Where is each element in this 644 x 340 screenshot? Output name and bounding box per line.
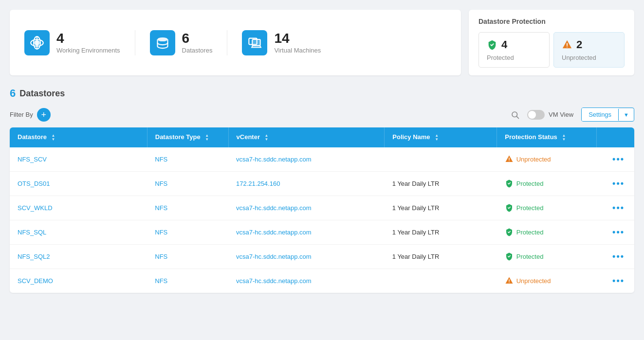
datastore-name-value[interactable]: NFS_SQL2: [18, 253, 50, 260]
datastore-name-value[interactable]: NFS_SCV: [18, 156, 47, 163]
row-actions-button[interactable]: •••: [612, 203, 625, 213]
cell-vcenter: vcsa7-hc.sddc.netapp.com: [228, 244, 385, 268]
status-cell: Protected: [505, 203, 589, 212]
datastore-name-value[interactable]: SCV_DEMO: [18, 277, 53, 285]
svg-rect-5: [253, 39, 260, 46]
datastores-text: 6 Datastores: [182, 31, 213, 54]
cell-datastore: NFS_SCV: [10, 147, 147, 172]
working-environments-stat: 4 Working Environments: [24, 30, 135, 55]
datastore-type-value: NFS: [155, 253, 167, 260]
toolbar: Filter By + VM View Settings ▼: [10, 107, 634, 122]
cell-vcenter: vcsa7-hc.sddc.netapp.com: [228, 196, 385, 220]
status-cell: Protected: [505, 228, 589, 236]
datastore-name-value[interactable]: SCV_WKLD: [18, 204, 53, 212]
cell-type: NFS: [147, 147, 228, 172]
vcenter-value[interactable]: vcsa7-hc.sddc.netapp.com: [236, 204, 312, 212]
protection-card-title: Datastore Protection: [478, 18, 625, 25]
policy-value: 1 Year Daily LTR: [392, 229, 440, 236]
table-row: NFS_SCV NFS vcsa7-hc.sddc.netapp.com Unp…: [10, 147, 634, 172]
vcenter-value[interactable]: vcsa7-hc.sddc.netapp.com: [236, 229, 312, 236]
protection-items: 4 Protected 2 Unprotected: [478, 32, 625, 68]
cell-policy: 1 Year Daily LTR: [385, 220, 497, 244]
row-protected-icon: [505, 203, 514, 212]
vcenter-value[interactable]: vcsa7-hc.sddc.netapp.com: [236, 156, 312, 163]
col-header-status[interactable]: Protection Status ▲▼: [497, 127, 597, 147]
policy-sort-icons: ▲▼: [435, 134, 439, 142]
row-actions-button[interactable]: •••: [612, 227, 625, 237]
cell-actions: •••: [597, 196, 634, 220]
row-actions-button[interactable]: •••: [612, 179, 625, 189]
cell-type: NFS: [147, 244, 228, 268]
working-environments-text: 4 Working Environments: [56, 31, 120, 54]
cell-policy: 1 Year Daily LTR: [385, 171, 497, 196]
datastore-name-value[interactable]: OTS_DS01: [18, 180, 50, 187]
cell-actions: •••: [597, 244, 634, 268]
col-header-datastore[interactable]: Datastore ▲▼: [10, 127, 147, 147]
virtual-machines-stat: 14 Virtual Machines: [227, 30, 335, 55]
protected-count: 4: [501, 38, 507, 51]
filter-section: Filter By +: [10, 108, 51, 122]
unprotected-count: 2: [576, 38, 582, 51]
filter-label: Filter By: [10, 111, 33, 118]
datastores-table-container: Datastore ▲▼ Datastore Type ▲▼ vCenter: [10, 127, 634, 293]
settings-button-label: Settings: [582, 108, 618, 121]
protected-label: Protected: [487, 54, 514, 61]
col-header-policy[interactable]: Policy Name ▲▼: [385, 127, 497, 147]
toolbar-right: VM View Settings ▼: [511, 107, 634, 122]
datastore-type-value: NFS: [155, 180, 167, 187]
row-actions-button[interactable]: •••: [612, 251, 625, 262]
top-section: 4 Working Environments 6 Datastores: [10, 10, 634, 75]
row-unprotected-icon: [505, 276, 514, 285]
vcenter-value[interactable]: 172.21.254.160: [236, 180, 280, 187]
cell-datastore: NFS_SQL: [10, 220, 147, 244]
datastores-stat: 6 Datastores: [135, 30, 228, 55]
status-cell: Protected: [505, 179, 589, 188]
cell-policy: [385, 147, 497, 172]
search-button[interactable]: [511, 110, 519, 119]
datastore-type-value: NFS: [155, 277, 167, 285]
filter-add-button[interactable]: +: [37, 108, 51, 122]
status-value: Unprotected: [516, 277, 551, 285]
row-actions-button[interactable]: •••: [612, 276, 625, 286]
cell-vcenter: 172.21.254.160: [228, 171, 385, 196]
cell-actions: •••: [597, 268, 634, 293]
col-header-vcenter[interactable]: vCenter ▲▼: [228, 127, 385, 147]
status-value: Protected: [516, 229, 544, 236]
cell-type: NFS: [147, 171, 228, 196]
svg-point-16: [509, 282, 510, 283]
status-sort-icons: ▲▼: [562, 134, 566, 142]
vcenter-value[interactable]: vcsa7-hc.sddc.netapp.com: [236, 253, 312, 260]
cell-policy: 1 Year Daily LTR: [385, 244, 497, 268]
status-cell: Unprotected: [505, 155, 589, 163]
vcenter-value[interactable]: vcsa7-hc.sddc.netapp.com: [236, 277, 312, 285]
datastore-type-value: NFS: [155, 204, 167, 212]
status-value: Protected: [516, 180, 544, 187]
section-header: 6 Datastores: [10, 87, 634, 100]
cell-status: Unprotected: [497, 147, 597, 172]
table-row: SCV_WKLD NFS vcsa7-hc.sddc.netapp.com 1 …: [10, 196, 634, 220]
vcenter-sort-icons: ▲▼: [265, 134, 269, 142]
protection-card: Datastore Protection 4 Protected: [469, 10, 634, 75]
settings-button[interactable]: Settings ▼: [581, 107, 634, 122]
vm-view-toggle[interactable]: [527, 110, 545, 120]
cell-type: NFS: [147, 220, 228, 244]
col-header-type[interactable]: Datastore Type ▲▼: [147, 127, 228, 147]
status-value: Protected: [516, 204, 544, 212]
unprotected-row: 2: [562, 38, 582, 51]
settings-dropdown-arrow[interactable]: ▼: [618, 109, 634, 121]
status-cell: Unprotected: [505, 276, 589, 285]
datastore-name-value[interactable]: NFS_SQL: [18, 229, 46, 236]
policy-value: 1 Year Daily LTR: [392, 253, 440, 260]
svg-line-12: [516, 116, 518, 118]
vm-toggle-section: VM View: [527, 110, 573, 120]
protected-row: 4: [487, 38, 507, 51]
datastore-type-value: NFS: [155, 229, 167, 236]
row-actions-button[interactable]: •••: [612, 154, 625, 164]
datastore-type-value: NFS: [155, 156, 167, 163]
working-environments-icon: [24, 30, 50, 55]
unprotected-warning-icon: [562, 39, 572, 50]
cell-datastore: NFS_SQL2: [10, 244, 147, 268]
datastores-table: Datastore ▲▼ Datastore Type ▲▼ vCenter: [10, 127, 634, 293]
policy-value: 1 Year Daily LTR: [392, 204, 440, 212]
cell-type: NFS: [147, 196, 228, 220]
